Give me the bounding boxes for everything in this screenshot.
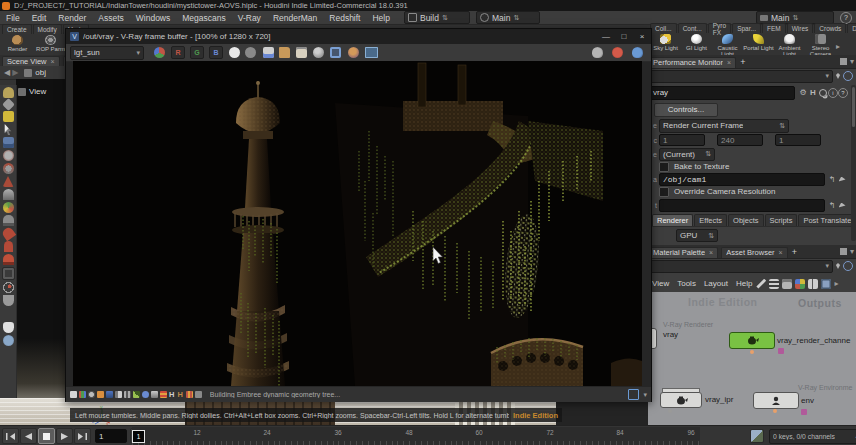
jump-to-operator-icon[interactable]: ↰ xyxy=(827,174,837,184)
tab-performance-monitor[interactable]: Performance Monitor × xyxy=(648,57,736,68)
menu-file[interactable]: File xyxy=(0,13,26,23)
context-help-button[interactable]: ? xyxy=(840,12,852,24)
shelf-tool-ambient-light[interactable]: Ambient Light xyxy=(774,34,805,57)
take-dropdown[interactable]: (Current) ⇅ xyxy=(659,148,715,161)
node-output-dot[interactable] xyxy=(668,409,672,413)
playbar-snapshot-icon[interactable] xyxy=(750,429,764,443)
brush-tool-icon[interactable] xyxy=(3,322,14,333)
search-icon[interactable] xyxy=(818,88,828,98)
shelf-tab-pyro-fx[interactable]: Pyro FX xyxy=(708,23,731,33)
pin-icon[interactable] xyxy=(833,71,843,81)
view-pivot-icon[interactable] xyxy=(3,282,14,293)
close-icon[interactable]: × xyxy=(727,59,731,66)
info-icon[interactable]: i xyxy=(828,88,838,98)
radial-menu-icon[interactable] xyxy=(843,71,853,81)
tab-scene-view[interactable]: Scene View × xyxy=(2,56,60,67)
render-mode-dropdown[interactable]: Render Current Frame ⇅ xyxy=(659,119,789,133)
levels-icon[interactable] xyxy=(106,391,113,398)
render-last-teapot-icon[interactable] xyxy=(592,47,603,58)
pane-layout-icon[interactable] xyxy=(840,58,847,65)
shelf-tab-create[interactable]: Create xyxy=(2,24,32,34)
node-vray-ipr[interactable] xyxy=(660,392,702,408)
network-path-combo[interactable]: ▾ xyxy=(649,260,833,273)
keys-channels-dropdown[interactable]: 0 keys, 0/0 channels ▴ xyxy=(769,429,856,444)
shelf-tool-sky-light[interactable]: Sky Light xyxy=(650,34,681,51)
shelf-tool-portal-light[interactable]: Portal Light xyxy=(743,34,774,51)
stop-button[interactable] xyxy=(38,428,55,444)
tab-post-translate[interactable]: Post Translate xyxy=(798,214,856,226)
network-menu-tools[interactable]: Tools xyxy=(673,279,700,288)
frame-start-field[interactable]: 1 xyxy=(659,134,705,146)
save-image-icon[interactable] xyxy=(263,47,274,58)
tree-list-icon[interactable] xyxy=(769,279,779,289)
tab-effects[interactable]: Effects xyxy=(694,214,727,226)
menu-render[interactable]: Render xyxy=(52,13,92,23)
main-selector[interactable]: Main ⇅ xyxy=(476,11,540,24)
tab-material-palette[interactable]: Material Palette × xyxy=(648,247,718,258)
select-tool-icon[interactable] xyxy=(3,124,14,135)
curve-icon[interactable] xyxy=(124,391,131,398)
shelf-tab-drive[interactable]: Dri... xyxy=(847,23,856,33)
menu-vray[interactable]: V-Ray xyxy=(232,13,267,23)
play-reverse-button[interactable] xyxy=(20,428,37,444)
tab-renderer[interactable]: Renderer xyxy=(652,214,693,226)
menu-windows[interactable]: Windows xyxy=(130,13,176,23)
vfb-render-canvas[interactable] xyxy=(73,61,642,386)
help-icon[interactable]: ? xyxy=(838,88,848,98)
expand-log-icon[interactable] xyxy=(628,389,639,400)
pane-menu-icon[interactable]: ▾ xyxy=(850,57,854,66)
pane-layout-icon[interactable] xyxy=(840,248,847,255)
objects-state-icon[interactable] xyxy=(2,98,15,111)
menu-renderman[interactable]: RenderMan xyxy=(267,13,323,23)
network-path[interactable]: obj xyxy=(35,68,46,77)
output-field[interactable] xyxy=(659,199,825,212)
node-flag-badge[interactable] xyxy=(778,348,784,354)
snap-grid-magnet-icon[interactable] xyxy=(3,215,14,226)
handles-tool-icon[interactable] xyxy=(3,189,14,200)
close-icon[interactable]: × xyxy=(709,249,713,256)
construction-plane-icon[interactable] xyxy=(2,267,15,280)
shelf-tab-modify[interactable]: Modify xyxy=(33,24,62,34)
overflow-arrow-icon[interactable]: ▸ xyxy=(834,279,838,288)
pan-zoom-icon[interactable] xyxy=(330,47,341,58)
shelf-tool-gi-light[interactable]: GI Light xyxy=(681,34,712,51)
exposure-icon[interactable] xyxy=(97,391,104,398)
play-button[interactable] xyxy=(56,428,73,444)
params-path-combo[interactable]: ▾ xyxy=(649,70,833,83)
srgb-icon[interactable] xyxy=(151,391,158,398)
close-button[interactable]: × xyxy=(633,29,651,44)
icc-icon[interactable] xyxy=(142,391,149,398)
wrench-icon[interactable] xyxy=(756,279,766,289)
falloff-tool-icon[interactable] xyxy=(3,202,14,213)
add-pane-tab-button[interactable]: + xyxy=(792,247,797,257)
menu-edit[interactable]: Edit xyxy=(26,13,53,23)
jump-start-button[interactable] xyxy=(2,428,19,444)
desktop-selector[interactable]: Build ⇅ xyxy=(404,11,470,24)
viewport-view-menu[interactable]: View xyxy=(18,86,46,97)
add-pane-tab-button[interactable]: + xyxy=(740,57,745,67)
hscript-badge[interactable]: H xyxy=(808,88,818,98)
stamp-icon[interactable] xyxy=(70,391,77,398)
secure-selection-lock-icon[interactable] xyxy=(3,137,14,148)
render-teapot-icon[interactable] xyxy=(632,47,643,58)
translate-tool-icon[interactable] xyxy=(3,150,14,161)
chevron-down-icon[interactable]: ▾ xyxy=(643,391,647,399)
node-input-dot[interactable] xyxy=(750,350,754,354)
select-operator-icon[interactable] xyxy=(837,174,847,184)
shelf-tab-crowds[interactable]: Crowds xyxy=(814,23,846,33)
frame-inc-field[interactable]: 1 xyxy=(775,134,821,146)
globe-icon[interactable] xyxy=(3,335,14,346)
menu-help[interactable]: Help xyxy=(366,13,395,23)
rgb-channels-icon[interactable] xyxy=(154,47,165,58)
timeline-ruler[interactable]: 12 24 36 48 60 72 84 96 1 xyxy=(132,427,700,445)
region-render-icon[interactable] xyxy=(348,47,359,58)
split-columns-icon[interactable] xyxy=(808,279,818,289)
history-compare-icon[interactable]: H xyxy=(177,390,182,399)
params-scrollbar[interactable] xyxy=(851,85,856,241)
shelf-overflow-arrow-icon[interactable]: ▸ xyxy=(836,42,840,51)
clipboard-icon[interactable] xyxy=(296,47,307,58)
grid-icon[interactable] xyxy=(782,279,792,289)
shelf-tool-render[interactable]: Render xyxy=(2,35,33,52)
scale-tool-icon[interactable] xyxy=(3,176,14,187)
maximize-button[interactable]: □ xyxy=(615,29,633,44)
